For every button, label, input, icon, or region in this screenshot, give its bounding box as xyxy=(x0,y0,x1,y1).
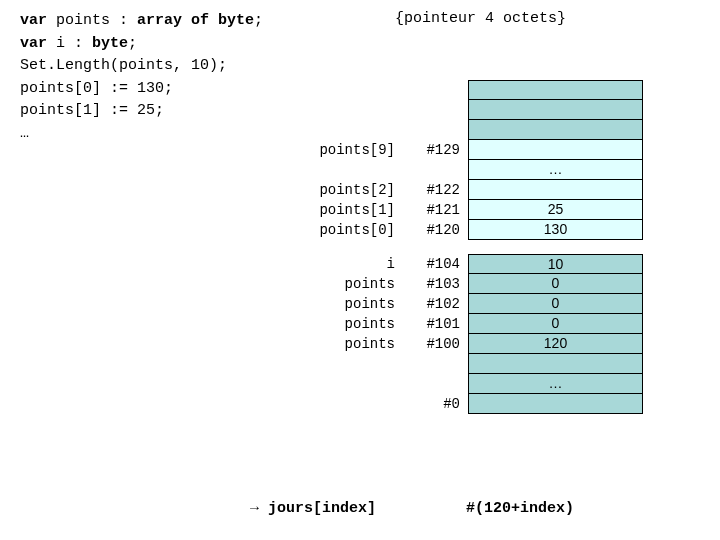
footer-left: jours[index] xyxy=(259,500,376,517)
memory-row xyxy=(280,120,690,140)
row-address: #121 xyxy=(405,200,468,220)
row-label xyxy=(280,80,405,100)
memory-cell xyxy=(468,80,643,100)
row-address: #122 xyxy=(405,180,468,200)
row-label xyxy=(280,100,405,120)
row-address: #101 xyxy=(405,314,468,334)
memory-cell: … xyxy=(468,374,643,394)
memory-row: points#1020 xyxy=(280,294,690,314)
memory-row: points[0]#120130 xyxy=(280,220,690,240)
row-label: points xyxy=(280,274,405,294)
memory-cell: 130 xyxy=(468,220,643,240)
kw-var: var xyxy=(20,35,47,52)
memory-cell: 0 xyxy=(468,294,643,314)
row-address: #100 xyxy=(405,334,468,354)
arrow-icon: → xyxy=(250,500,259,517)
memory-cell: 10 xyxy=(468,254,643,274)
memory-row: points[1]#12125 xyxy=(280,200,690,220)
row-address xyxy=(405,160,468,180)
row-label: points xyxy=(280,314,405,334)
pointer-comment: {pointeur 4 octets} xyxy=(395,10,566,27)
memory-cell xyxy=(468,120,643,140)
row-address xyxy=(405,120,468,140)
row-label: points[0] xyxy=(280,220,405,240)
row-address: #129 xyxy=(405,140,468,160)
kw-type: array of byte xyxy=(137,12,254,29)
kw-var: var xyxy=(20,12,47,29)
row-label xyxy=(280,160,405,180)
row-label: points[1] xyxy=(280,200,405,220)
row-address xyxy=(405,374,468,394)
footer-expression: → jours[index]#(120+index) xyxy=(250,500,574,517)
memory-cell xyxy=(468,140,643,160)
row-address xyxy=(405,100,468,120)
memory-cell xyxy=(468,394,643,414)
row-address: #104 xyxy=(405,254,468,274)
row-address: #0 xyxy=(405,394,468,414)
memory-cell xyxy=(468,100,643,120)
memory-cell: 0 xyxy=(468,274,643,294)
memory-row xyxy=(280,80,690,100)
memory-row: points[9]#129 xyxy=(280,140,690,160)
memory-cell: 25 xyxy=(468,200,643,220)
memory-cell: 120 xyxy=(468,334,643,354)
row-label xyxy=(280,120,405,140)
memory-row: points#100120 xyxy=(280,334,690,354)
code-line-2: var i : byte; xyxy=(20,33,700,56)
row-label: points[9] xyxy=(280,140,405,160)
row-address xyxy=(405,354,468,374)
row-label: points xyxy=(280,334,405,354)
memory-cell xyxy=(468,354,643,374)
kw-type: byte xyxy=(92,35,128,52)
memory-row: i#10410 xyxy=(280,254,690,274)
row-label xyxy=(280,394,405,414)
memory-cell xyxy=(468,180,643,200)
row-label xyxy=(280,374,405,394)
memory-cell: … xyxy=(468,160,643,180)
memory-row: points#1030 xyxy=(280,274,690,294)
memory-row: … xyxy=(280,374,690,394)
code-line-3: Set.Length(points, 10); xyxy=(20,55,700,78)
memory-row: points#1010 xyxy=(280,314,690,334)
memory-row: … xyxy=(280,160,690,180)
memory-row: #0 xyxy=(280,394,690,414)
memory-diagram: points[9]#129…points[2]#122points[1]#121… xyxy=(280,80,690,414)
row-address: #103 xyxy=(405,274,468,294)
memory-cell: 0 xyxy=(468,314,643,334)
footer-right: #(120+index) xyxy=(466,500,574,517)
row-address xyxy=(405,80,468,100)
memory-row xyxy=(280,100,690,120)
row-address: #120 xyxy=(405,220,468,240)
memory-row: points[2]#122 xyxy=(280,180,690,200)
memory-row xyxy=(280,354,690,374)
row-label: points xyxy=(280,294,405,314)
row-address: #102 xyxy=(405,294,468,314)
row-label xyxy=(280,354,405,374)
code-line-1: var points : array of byte; xyxy=(20,10,700,33)
row-label: i xyxy=(280,254,405,274)
row-label: points[2] xyxy=(280,180,405,200)
